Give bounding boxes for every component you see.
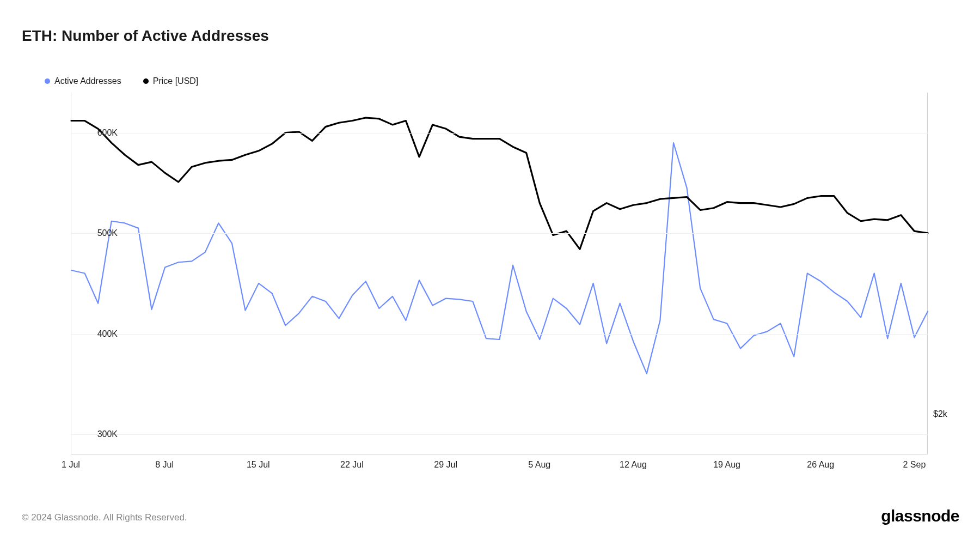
x-axis-tick: 15 Jul	[247, 460, 270, 470]
line-active-addresses	[71, 143, 928, 374]
legend-item-active-addresses[interactable]: Active Addresses	[45, 76, 121, 86]
x-axis-tick: 12 Aug	[620, 460, 647, 470]
x-axis-tick: 29 Jul	[434, 460, 457, 470]
x-axis-tick: 22 Jul	[340, 460, 364, 470]
legend-item-price[interactable]: Price [USD]	[143, 76, 199, 86]
y-axis-left-tick: 400K	[74, 329, 118, 339]
gridline	[71, 233, 928, 234]
legend-dot-icon	[143, 78, 149, 84]
x-axis-tick: 8 Jul	[155, 460, 174, 470]
chart-plot-area[interactable]	[71, 93, 928, 454]
y-axis-left-tick: 300K	[74, 429, 118, 439]
line-price	[71, 118, 928, 249]
legend-dot-icon	[45, 78, 50, 84]
gridline	[71, 334, 928, 335]
x-axis-tick: 1 Jul	[62, 460, 80, 470]
copyright-text: © 2024 Glassnode. All Rights Reserved.	[22, 512, 187, 523]
chart-legend: Active Addresses Price [USD]	[45, 76, 198, 86]
brand-logo: glassnode	[881, 507, 959, 525]
legend-label: Price [USD]	[153, 76, 199, 86]
y-axis-left-tick: 500K	[74, 228, 118, 238]
y-axis-left-tick: 600K	[74, 128, 118, 138]
gridline	[71, 133, 928, 134]
x-axis-tick: 2 Sep	[903, 460, 926, 470]
legend-label: Active Addresses	[54, 76, 121, 86]
gridline	[71, 434, 928, 435]
x-axis-tick: 26 Aug	[807, 460, 834, 470]
chart-lines	[71, 93, 928, 454]
x-axis-tick: 19 Aug	[713, 460, 740, 470]
y-axis-right-tick: $2k	[933, 409, 947, 419]
x-axis-tick: 5 Aug	[528, 460, 550, 470]
chart-title: ETH: Number of Active Addresses	[22, 27, 269, 45]
